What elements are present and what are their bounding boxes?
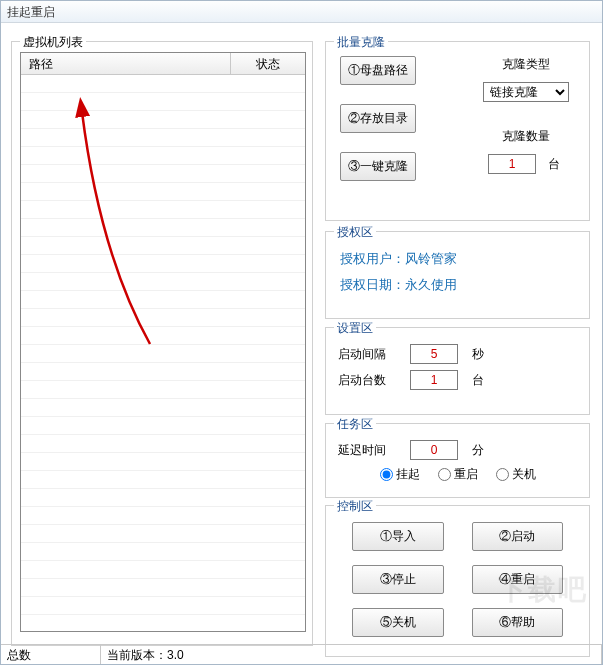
stop-button[interactable]: ③停止 [352, 565, 444, 594]
table-row[interactable] [21, 525, 305, 543]
table-row[interactable] [21, 93, 305, 111]
delay-input[interactable] [410, 440, 458, 460]
count-unit: 台 [468, 372, 488, 389]
content-area: 虚拟机列表 路径 状态 [1, 23, 602, 643]
table-row[interactable] [21, 543, 305, 561]
col-path[interactable]: 路径 [21, 53, 231, 74]
radio-shutdown[interactable]: 关机 [496, 466, 536, 483]
table-row[interactable] [21, 579, 305, 597]
table-row[interactable] [21, 201, 305, 219]
table-row[interactable] [21, 75, 305, 93]
interval-row: 启动间隔 秒 [338, 344, 577, 364]
radio-restart-input[interactable] [438, 468, 451, 481]
clone-type-select[interactable]: 链接克隆 [483, 82, 569, 102]
table-row[interactable] [21, 453, 305, 471]
table-row[interactable] [21, 507, 305, 525]
table-row[interactable] [21, 435, 305, 453]
interval-unit: 秒 [468, 346, 488, 363]
settings-legend: 设置区 [334, 320, 376, 337]
clone-qty-label: 克隆数量 [476, 128, 576, 145]
auth-user: 授权用户：风铃管家 [340, 250, 575, 268]
table-row[interactable] [21, 381, 305, 399]
table-row[interactable] [21, 255, 305, 273]
table-row[interactable] [21, 183, 305, 201]
table-row[interactable] [21, 165, 305, 183]
count-input[interactable] [410, 370, 458, 390]
clone-type-select-wrap: 链接克隆 [476, 82, 576, 102]
ctrl-legend: 控制区 [334, 498, 376, 515]
group-settings: 设置区 启动间隔 秒 启动台数 台 [325, 327, 590, 415]
table-row[interactable] [21, 147, 305, 165]
delay-label: 延迟时间 [338, 442, 400, 459]
task-legend: 任务区 [334, 416, 376, 433]
table-row[interactable] [21, 219, 305, 237]
table-row[interactable] [21, 237, 305, 255]
group-clone: 批量克隆 ①母盘路径 ②存放目录 ③一键克隆 克隆类型 链接克隆 克隆数量 台 [325, 41, 590, 221]
status-version: 当前版本：3.0 [101, 645, 602, 664]
window-title: 挂起重启 [7, 5, 55, 19]
radio-shutdown-input[interactable] [496, 468, 509, 481]
radio-restart[interactable]: 重启 [438, 466, 478, 483]
table-row[interactable] [21, 399, 305, 417]
count-row: 启动台数 台 [338, 370, 577, 390]
shutdown-button[interactable]: ⑤关机 [352, 608, 444, 637]
table-row[interactable] [21, 327, 305, 345]
clone-qty-row: 台 [476, 154, 576, 174]
titlebar: 挂起重启 [1, 1, 602, 23]
restart-button[interactable]: ④重启 [472, 565, 564, 594]
one-click-clone-button[interactable]: ③一键克隆 [340, 152, 416, 181]
table-row[interactable] [21, 561, 305, 579]
ctrl-grid: ①导入 ②启动 ③停止 ④重启 ⑤关机 ⑥帮助 [334, 516, 581, 643]
group-auth: 授权区 授权用户：风铃管家 授权日期：永久使用 [325, 231, 590, 319]
delay-unit: 分 [468, 442, 488, 459]
table-row[interactable] [21, 471, 305, 489]
clone-legend: 批量克隆 [334, 34, 388, 51]
table-row[interactable] [21, 345, 305, 363]
import-button[interactable]: ①导入 [352, 522, 444, 551]
task-mode-radios: 挂起 重启 关机 [334, 466, 581, 483]
clone-qty-input[interactable] [488, 154, 536, 174]
col-status[interactable]: 状态 [231, 53, 305, 74]
table-header: 路径 状态 [21, 53, 305, 75]
table-row[interactable] [21, 489, 305, 507]
auth-legend: 授权区 [334, 224, 376, 241]
table-body[interactable] [21, 75, 305, 631]
table-row[interactable] [21, 291, 305, 309]
master-path-button[interactable]: ①母盘路径 [340, 56, 416, 85]
clone-type-label: 克隆类型 [476, 56, 576, 73]
interval-input[interactable] [410, 344, 458, 364]
app-window: 挂起重启 虚拟机列表 路径 状态 [0, 0, 603, 665]
delay-row: 延迟时间 分 [338, 440, 577, 460]
table-row[interactable] [21, 363, 305, 381]
radio-suspend[interactable]: 挂起 [380, 466, 420, 483]
clone-qty-unit: 台 [544, 156, 564, 173]
table-row[interactable] [21, 129, 305, 147]
table-row[interactable] [21, 309, 305, 327]
group-task: 任务区 延迟时间 分 挂起 重启 关机 [325, 423, 590, 498]
group-control: 控制区 ①导入 ②启动 ③停止 ④重启 ⑤关机 ⑥帮助 [325, 505, 590, 657]
table-row[interactable] [21, 111, 305, 129]
statusbar: 总数 当前版本：3.0 [1, 644, 602, 664]
count-label: 启动台数 [338, 372, 400, 389]
interval-label: 启动间隔 [338, 346, 400, 363]
radio-suspend-input[interactable] [380, 468, 393, 481]
auth-date: 授权日期：永久使用 [340, 276, 575, 294]
table-row[interactable] [21, 273, 305, 291]
help-button[interactable]: ⑥帮助 [472, 608, 564, 637]
table-row[interactable] [21, 597, 305, 615]
start-button[interactable]: ②启动 [472, 522, 564, 551]
group-vmlist: 虚拟机列表 路径 状态 [11, 41, 313, 646]
storage-dir-button[interactable]: ②存放目录 [340, 104, 416, 133]
vm-table[interactable]: 路径 状态 [20, 52, 306, 632]
status-total: 总数 [1, 645, 101, 664]
vmlist-legend: 虚拟机列表 [20, 34, 86, 51]
table-row[interactable] [21, 417, 305, 435]
